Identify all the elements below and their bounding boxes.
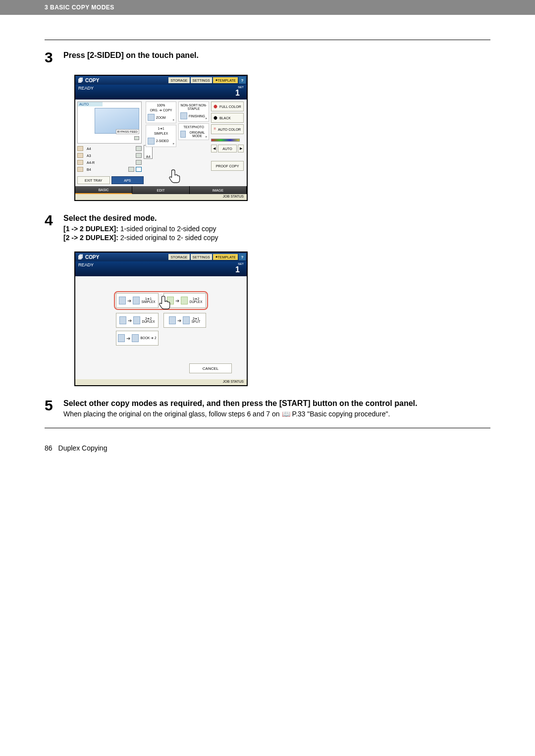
step-5-number: 5 [45, 397, 63, 419]
page-icon [119, 316, 126, 324]
tab-edit[interactable]: EDIT [132, 186, 189, 194]
auto-color-button[interactable]: ⠿ AUTO COLOR [211, 124, 244, 134]
job-status-button-2[interactable]: JOB STATUS [75, 379, 247, 385]
zoom-flow: ORG. ➔ COPY [148, 108, 174, 112]
page-label: Duplex Copying [58, 444, 107, 452]
autocolor-icon: ⠿ [214, 127, 216, 131]
palette-bar-icon [211, 139, 240, 142]
job-status-button[interactable]: JOB STATUS [75, 194, 247, 200]
size-row-b4[interactable]: B4 [77, 166, 142, 173]
density-right-button[interactable]: ▶ [238, 145, 244, 152]
step-5: 5 Select other copy modes as required, a… [45, 397, 490, 419]
cancel-button[interactable]: CANCEL [189, 363, 232, 373]
tray-indicator-icon [128, 167, 134, 172]
arrow-icon: ➔ [126, 336, 130, 341]
exit-tray-button[interactable]: EXIT TRAY [77, 176, 110, 184]
size-row-a4[interactable]: A4 [77, 145, 142, 152]
ready-label-2: READY [78, 262, 94, 267]
tray-selected-icon [136, 167, 142, 172]
arrow-icon: ➔ [177, 318, 181, 323]
option-2to2-duplex[interactable]: ➔ 2➔2DUPLEX [116, 313, 159, 328]
expand-icon: ▸ [206, 116, 208, 120]
page-footer: 86 Duplex Copying [45, 437, 490, 452]
tab-image[interactable]: IMAGE [190, 186, 247, 194]
storage-button[interactable]: STORAGE [168, 77, 189, 83]
size-b4: B4 [85, 168, 127, 171]
page-icon [169, 316, 176, 324]
step-3-number: 3 [45, 49, 63, 66]
help-button[interactable]: ? [239, 77, 246, 84]
step-3: 3 Press [2-SIDED] on the touch panel. [45, 49, 490, 66]
zoom-icon [148, 114, 155, 121]
highlight-box: ➔ 1➔1SIMPLEX ➔ 1➔2DUPLEX [114, 291, 208, 310]
top-rule [45, 40, 490, 40]
settings-button-2[interactable]: SETTINGS [191, 254, 212, 260]
page-icon [167, 297, 174, 304]
originalmode-btn[interactable]: ORIGINAL MODE [187, 131, 207, 138]
option-1to2-duplex[interactable]: ➔ 1➔2DUPLEX [163, 293, 206, 308]
arrow-icon: ➔ [128, 318, 132, 323]
title-text: COPY [85, 78, 99, 83]
tab-basic[interactable]: BASIC [75, 186, 132, 194]
finishing-group: NON-SORT NON-STAPLE FINISHING ▸ [178, 101, 209, 122]
finishing-btn[interactable]: FINISHING [189, 114, 205, 118]
step-4: 4 Select the desired mode. [1 -> 2 DUPLE… [45, 212, 490, 243]
page-icon [183, 316, 190, 324]
twosided-button[interactable]: 2-SIDED [156, 139, 169, 143]
bypass-label: BYPASS FEED [116, 129, 139, 134]
duplex-options-panel: ➔ 1➔1SIMPLEX ➔ 1➔2DUPLEX ➔ [75, 276, 247, 379]
black-button[interactable]: ⬤ BLACK [211, 113, 244, 123]
tray-icon [77, 160, 83, 165]
storage-button-2[interactable]: STORAGE [168, 254, 189, 260]
bottom-tabs: BASIC EDIT IMAGE [75, 186, 247, 194]
zoom-ratio: 100% [148, 103, 174, 107]
tray-indicator-icon [136, 153, 142, 158]
tray-icon [77, 153, 83, 158]
count-value: 1 [235, 89, 244, 98]
option-2to1-split[interactable]: ➔ 2➔1SPLIT [163, 313, 206, 328]
copy-icon: 🗐 [78, 78, 83, 83]
auto-preview: AUTO BYPASS FEED [77, 101, 142, 144]
density-left-button[interactable]: ◀ [211, 145, 217, 152]
tray-icon [77, 167, 83, 172]
zoom-btn[interactable]: ZOOM [156, 116, 166, 119]
page-icon [181, 297, 188, 304]
step-4-line1: [1 -> 2 DUPLEX]: 1-sided original to 2-s… [63, 225, 490, 233]
zoom-group: 100% ORG. ➔ COPY ZOOM ▸ [146, 101, 176, 123]
settings-button[interactable]: SETTINGS [191, 77, 212, 83]
page-number: 86 [45, 444, 53, 452]
tray-indicator-icon [136, 146, 142, 151]
section-label: 3 BASIC COPY MODES [45, 4, 114, 11]
page-header: 3 BASIC COPY MODES [0, 0, 535, 15]
step-5-title: Select other copy modes as required, and… [63, 399, 490, 408]
copy-icon: 🗐 [78, 254, 83, 260]
help-button-2[interactable]: ? [239, 253, 246, 260]
tray-indicator-icon [136, 160, 142, 165]
full-color-button[interactable]: ⬤ FULL COLOR [211, 101, 244, 111]
expand-icon: ▸ [206, 135, 208, 139]
book-ref-icon: 📖 [282, 410, 290, 418]
simplex-top: 1➔1 [148, 127, 174, 130]
size-a3: A3 [85, 154, 134, 157]
ready-label: READY [78, 86, 94, 91]
originalmode-icon [180, 131, 186, 138]
template-button[interactable]: ★ TEMPLATE [213, 77, 238, 83]
expand-icon: ▸ [173, 118, 175, 122]
density-auto-button[interactable]: AUTO [218, 145, 237, 152]
page-icon [132, 334, 139, 342]
title-text-2: COPY [85, 254, 99, 260]
size-row-a4r[interactable]: A4-R [77, 159, 142, 166]
option-book-to-2[interactable]: ➔ BOOK ➔ 2 [116, 331, 159, 346]
size-row-a3[interactable]: A3 [77, 152, 142, 159]
bypass-indicator-icon [134, 136, 139, 140]
book-icon [118, 334, 125, 342]
step-3-title: Press [2-SIDED] on the touch panel. [63, 51, 490, 60]
color-swatch-icon: ⬤ [214, 104, 217, 108]
main-panel: AUTO BYPASS FEED A4 A3 [75, 100, 247, 186]
proof-copy-button[interactable]: PROOF COPY [211, 161, 244, 171]
option-1to1-simplex[interactable]: ➔ 1➔1SIMPLEX [116, 293, 159, 308]
aps-button[interactable]: APS [111, 176, 144, 184]
template-button-2[interactable]: ★ TEMPLATE [213, 254, 238, 260]
page-icon [133, 297, 140, 304]
twosided-icon [148, 138, 155, 145]
